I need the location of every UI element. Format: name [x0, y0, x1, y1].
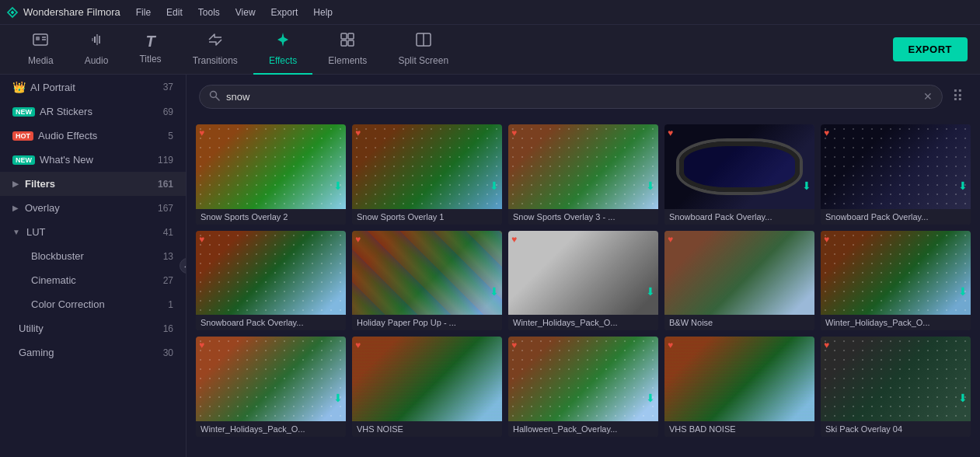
media-card-11[interactable]: ♥ ⬇ Winter_Holidays_Pack_O...: [196, 337, 346, 437]
media-card-12[interactable]: ♥ VHS NOISE: [352, 337, 502, 437]
media-card-2[interactable]: ♥ ⬇ Snow Sports Overlay 1: [352, 124, 502, 225]
toolbar-elements[interactable]: Elements: [312, 25, 382, 75]
download-icon[interactable]: ⬇: [646, 392, 655, 404]
toolbar-effects[interactable]: Effects: [253, 25, 312, 75]
export-button[interactable]: EXPORT: [893, 37, 968, 61]
menu-tools[interactable]: Tools: [192, 5, 226, 19]
heart-icon[interactable]: ♥: [355, 340, 361, 351]
download-icon[interactable]: ⬇: [333, 180, 343, 192]
svg-rect-8: [348, 33, 354, 39]
heart-icon[interactable]: ♥: [199, 127, 204, 138]
media-card-5[interactable]: ♥ ⬇ Snowboard Pack Overlay...: [821, 124, 971, 225]
toolbar-media[interactable]: Media: [12, 25, 69, 75]
heart-icon[interactable]: ♥: [824, 127, 829, 138]
snow-overlay: [508, 124, 658, 209]
sidebar-item-ar-stickers[interactable]: NEW AR Stickers 69: [0, 99, 186, 124]
menu-file[interactable]: File: [130, 5, 157, 19]
badge-hot-audio: HOT: [12, 131, 33, 141]
download-icon[interactable]: ⬇: [646, 285, 655, 298]
sidebar-label-lut: LUT: [26, 226, 163, 238]
sidebar-count-audio-effects: 5: [168, 131, 173, 141]
heart-icon[interactable]: ♥: [668, 234, 673, 245]
download-icon[interactable]: ⬇: [490, 285, 499, 298]
sidebar-item-overlay[interactable]: ▶ Overlay 167: [0, 196, 186, 220]
download-icon[interactable]: ⬇: [333, 392, 343, 404]
clear-search-icon[interactable]: ✕: [923, 90, 933, 103]
card-thumbnail: ♥ ⬇: [196, 337, 346, 421]
toolbar-transitions[interactable]: Transitions: [177, 25, 253, 75]
transitions-icon: [207, 31, 224, 52]
sidebar-item-blockbuster[interactable]: Blockbuster 13: [0, 244, 186, 268]
download-icon[interactable]: ⬇: [958, 392, 968, 404]
menu-view[interactable]: View: [229, 5, 262, 19]
heart-icon[interactable]: ♥: [355, 127, 361, 138]
toolbar-titles-label: Titles: [139, 54, 161, 65]
media-card-1[interactable]: ♥ ⬇ Snow Sports Overlay 2: [196, 124, 346, 225]
download-icon[interactable]: ⬇: [958, 180, 968, 192]
effects-icon: [274, 31, 291, 52]
elements-icon: [339, 31, 356, 52]
sidebar-label-utility: Utility: [19, 323, 163, 334]
svg-line-14: [216, 96, 220, 100]
media-card-6[interactable]: ♥ Snowboard Pack Overlay...: [196, 231, 346, 331]
card-title: Snowboard Pack Overlay...: [664, 209, 814, 225]
card-title: Snow Sports Overlay 1: [352, 209, 502, 225]
titles-icon: T: [145, 33, 155, 51]
menu-help[interactable]: Help: [307, 5, 339, 19]
media-card-8[interactable]: ♥ ⬇ Winter_Holidays_Pack_O...: [508, 231, 658, 331]
sidebar-count-gaming: 30: [163, 347, 173, 358]
toolbar-split-screen[interactable]: Split Screen: [382, 25, 464, 75]
heart-icon[interactable]: ♥: [824, 340, 829, 351]
badge-new-ar: NEW: [12, 107, 35, 117]
card-thumbnail: ♥ ⬇: [352, 231, 502, 316]
media-card-13[interactable]: ♥ ⬇ Halloween_Pack_Overlay...: [508, 337, 658, 437]
card-title: Snow Sports Overlay 2: [196, 209, 346, 225]
bw-overlay: [664, 231, 814, 316]
heart-icon[interactable]: ♥: [668, 127, 673, 138]
snow-overlay: [196, 231, 346, 316]
media-card-10[interactable]: ♥ ⬇ Winter_Holidays_Pack_O...: [821, 231, 971, 331]
download-icon[interactable]: ⬇: [802, 180, 811, 192]
heart-icon[interactable]: ♥: [511, 127, 517, 138]
search-input[interactable]: [226, 91, 917, 103]
sidebar-item-utility[interactable]: Utility 16: [0, 316, 186, 340]
card-thumbnail: ♥: [664, 231, 814, 316]
sidebar-item-cinematic[interactable]: Cinematic 27: [0, 268, 186, 292]
heart-icon[interactable]: ♥: [511, 340, 517, 351]
heart-icon[interactable]: ♥: [199, 234, 204, 245]
card-thumbnail: ♥ ⬇: [664, 124, 814, 209]
sidebar-item-gaming[interactable]: Gaming 30: [0, 340, 186, 365]
media-card-9[interactable]: ♥ B&W Noise: [664, 231, 814, 331]
heart-icon[interactable]: ♥: [355, 234, 361, 245]
card-title: Holiday Paper Pop Up - ...: [352, 315, 502, 330]
download-icon[interactable]: ⬇: [646, 180, 655, 192]
download-icon[interactable]: ⬇: [958, 285, 968, 298]
sidebar-label-filters: Filters: [25, 178, 158, 190]
sidebar-item-audio-effects[interactable]: HOT Audio Effects 5: [0, 124, 186, 148]
media-card-14[interactable]: ♥ VHS BAD NOISE: [664, 337, 814, 437]
download-icon[interactable]: ⬇: [490, 180, 499, 192]
sidebar-item-whats-new[interactable]: NEW What's New 119: [0, 148, 186, 172]
sidebar-item-ai-portrait[interactable]: 👑 AI Portrait 37: [0, 75, 186, 99]
grid-toggle-icon[interactable]: ⠿: [949, 84, 968, 109]
sidebar-item-color-correction[interactable]: Color Correction 1: [0, 292, 186, 316]
toolbar-titles[interactable]: T Titles: [124, 25, 176, 75]
card-thumbnail: ♥ ⬇: [508, 231, 658, 316]
menu-export[interactable]: Export: [265, 5, 305, 19]
card-title: B&W Noise: [664, 315, 814, 330]
sidebar-item-lut[interactable]: ▼ LUT 41: [0, 220, 186, 244]
heart-icon[interactable]: ♥: [668, 340, 673, 351]
media-card-7[interactable]: ♥ ⬇ Holiday Paper Pop Up - ...: [352, 231, 502, 331]
menu-edit[interactable]: Edit: [160, 5, 189, 19]
media-card-3[interactable]: ♥ ⬇ Snow Sports Overlay 3 - ...: [508, 124, 658, 225]
media-card-15[interactable]: ♥ ⬇ Ski Pack Overlay 04: [821, 337, 971, 437]
heart-icon[interactable]: ♥: [511, 234, 517, 245]
heart-icon[interactable]: ♥: [199, 340, 204, 351]
heart-icon[interactable]: ♥: [824, 234, 829, 245]
sidebar-item-filters[interactable]: ▶ Filters 161: [0, 172, 186, 196]
media-card-4[interactable]: ♥ ⬇ Snowboard Pack Overlay...: [664, 124, 814, 225]
snow-overlay: [352, 124, 502, 209]
toolbar-audio[interactable]: Audio: [69, 25, 124, 75]
snow-overlay: [508, 337, 658, 421]
card-thumbnail: ♥ ⬇: [821, 337, 971, 421]
